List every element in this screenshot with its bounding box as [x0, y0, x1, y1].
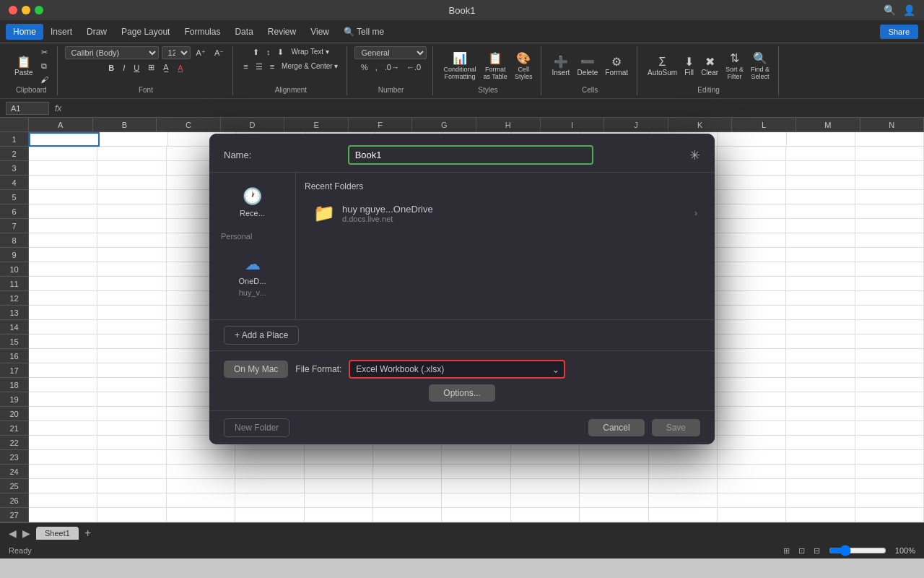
add-place-row: + Add a Place	[209, 319, 715, 350]
cancel-button[interactable]: Cancel	[588, 419, 644, 436]
footer-right-buttons: Cancel Save	[588, 419, 700, 436]
file-format-row: On My Mac File Format: Excel Workbook (.…	[224, 360, 700, 379]
onedrive-icon: ☁	[245, 255, 261, 274]
format-dropdown-wrapper: Excel Workbook (.xlsx) Excel 97-2004 Wor…	[349, 360, 565, 379]
dialog-main-panel: Recent Folders 📁 huy nguye...OneDrive d.…	[296, 173, 715, 319]
folder-item-onedrive[interactable]: 📁 huy nguye...OneDrive d.docs.live.net ›	[305, 197, 706, 229]
sidebar-item-recent[interactable]: 🕐 Rece...	[215, 181, 289, 223]
new-folder-button[interactable]: New Folder	[224, 418, 289, 437]
name-label: Name:	[224, 150, 251, 160]
folder-icon: 📁	[313, 203, 335, 223]
file-format-label: File Format:	[295, 364, 341, 374]
chevron-right-icon: ›	[694, 208, 697, 218]
save-dialog: Name: ✳ 🕐 Rece... Personal ☁ OneD... huy…	[209, 134, 715, 444]
dialog-overlay: Name: ✳ 🕐 Rece... Personal ☁ OneD... huy…	[0, 0, 924, 578]
onedrive-sublabel: huy_v...	[239, 288, 266, 297]
recent-folders-label: Recent Folders	[305, 181, 706, 191]
dialog-footer: New Folder Cancel Save	[209, 410, 715, 444]
recent-label: Rece...	[240, 209, 265, 217]
save-button[interactable]: Save	[652, 419, 700, 436]
dialog-bottom: On My Mac File Format: Excel Workbook (.…	[209, 350, 715, 410]
spinner-icon: ✳	[689, 147, 700, 163]
folder-info: huy nguye...OneDrive d.docs.live.net	[342, 204, 433, 223]
personal-label: Personal	[215, 229, 289, 243]
onedrive-label: OneD...	[239, 277, 266, 285]
sidebar-item-onedrive[interactable]: ☁ OneD... huy_v...	[215, 249, 289, 303]
clock-icon: 🕐	[243, 187, 262, 206]
folder-sub: d.docs.live.net	[342, 215, 433, 223]
options-row: Options...	[224, 384, 700, 402]
on-my-mac-button[interactable]: On My Mac	[224, 361, 288, 378]
dialog-sidebar: 🕐 Rece... Personal ☁ OneD... huy_v...	[209, 173, 296, 319]
name-input[interactable]	[348, 145, 593, 165]
add-place-button[interactable]: + Add a Place	[224, 326, 299, 345]
folder-name: huy nguye...OneDrive	[342, 204, 433, 215]
dialog-body: 🕐 Rece... Personal ☁ OneD... huy_v... Re…	[209, 172, 715, 319]
dialog-name-bar: Name: ✳	[209, 134, 715, 172]
options-button[interactable]: Options...	[429, 384, 494, 402]
file-format-select[interactable]: Excel Workbook (.xlsx) Excel 97-2004 Wor…	[349, 360, 565, 379]
